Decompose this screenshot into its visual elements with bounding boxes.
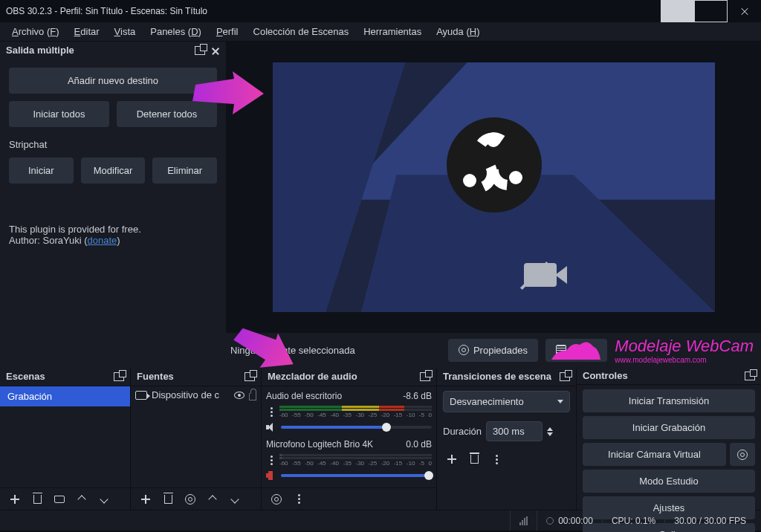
- scenes-title: Escenas: [6, 371, 45, 382]
- speaker-icon[interactable]: [266, 423, 276, 432]
- menu-perfil[interactable]: Perfil: [210, 23, 245, 40]
- move-source-down-button[interactable]: [226, 490, 244, 508]
- duration-stepper[interactable]: [547, 427, 553, 436]
- trash-icon: [33, 495, 42, 504]
- scene-filters-button[interactable]: [51, 490, 68, 508]
- vertical-dots-icon: [496, 455, 498, 464]
- trash-icon: [470, 455, 479, 464]
- sources-toolbar: [131, 487, 261, 510]
- transition-select[interactable]: Desvanecimiento: [443, 391, 570, 412]
- watermark-brand: Modelaje WebCam www.modelajewebcam.com: [615, 337, 754, 364]
- start-recording-button[interactable]: Iniciar Grabación: [583, 416, 755, 439]
- studio-mode-button[interactable]: Modo Estudio: [583, 470, 755, 493]
- source-label: Dispositivo de c: [152, 389, 230, 400]
- plus-icon: [10, 495, 19, 504]
- start-streaming-button[interactable]: Iniciar Transmisión: [583, 389, 755, 412]
- window-title: OBS 30.2.3 - Perfil: Sin Título - Escena…: [6, 6, 207, 16]
- caret-down-icon: [557, 400, 563, 403]
- source-item[interactable]: Dispositivo de c: [131, 386, 261, 403]
- volume-slider[interactable]: [281, 474, 432, 477]
- trash-icon: [164, 495, 172, 504]
- start-virtualcam-button[interactable]: Iniciar Cámara Virtual: [583, 443, 726, 466]
- remove-source-button[interactable]: [159, 490, 177, 508]
- audio-menu-button[interactable]: [266, 451, 276, 469]
- chevron-up-icon: [208, 495, 216, 503]
- move-scene-up-button[interactable]: [73, 490, 91, 508]
- menu-herramientas[interactable]: Herramientas: [357, 23, 427, 40]
- donate-link[interactable]: donate: [88, 235, 117, 246]
- add-destination-button[interactable]: Añadir nuevo destino: [9, 68, 217, 94]
- popout-icon[interactable]: [745, 372, 755, 380]
- remove-transition-button[interactable]: [465, 450, 483, 468]
- maximize-icon: [694, 0, 728, 22]
- transitions-title: Transiciones de escena: [443, 371, 551, 382]
- chevron-down-icon: [100, 495, 108, 503]
- menu-editar[interactable]: Editar: [68, 23, 106, 40]
- watermark-url: www.modelajewebcam.com: [615, 356, 754, 364]
- popout-icon[interactable]: [195, 46, 205, 55]
- multi-output-title: Salida múltiple: [6, 45, 74, 56]
- popout-icon[interactable]: [114, 372, 124, 381]
- status-bar: 00:00:00 CPU: 0.1% 30.00 / 30.00 FPS: [0, 510, 761, 531]
- start-all-button[interactable]: Iniciar todos: [9, 101, 109, 127]
- gear-icon: [459, 345, 469, 355]
- mixer-menu-button[interactable]: [290, 490, 308, 508]
- controls-dock: Controles Iniciar Transmisión Iniciar Gr…: [577, 367, 761, 510]
- signal-icon: [519, 516, 528, 525]
- service-modify-button[interactable]: Modificar: [81, 158, 146, 184]
- audio-menu-button[interactable]: [266, 403, 276, 421]
- transition-menu-button[interactable]: [488, 450, 505, 468]
- lock-toggle[interactable]: [249, 393, 256, 400]
- popout-icon[interactable]: [420, 372, 430, 381]
- svg-marker-0: [192, 71, 264, 114]
- watermark-text: Modelaje WebCam: [615, 337, 754, 356]
- mixer-settings-button[interactable]: [268, 490, 285, 508]
- step-up-icon: [547, 427, 553, 431]
- scene-item[interactable]: Grabación: [0, 386, 130, 406]
- speaker-muted-icon[interactable]: [266, 471, 276, 480]
- plugin-footer-line1: This plugin is provided for free.: [9, 224, 217, 235]
- maximize-button[interactable]: [694, 0, 728, 22]
- add-source-button[interactable]: [137, 490, 155, 508]
- virtualcam-settings-button[interactable]: [730, 443, 755, 466]
- add-scene-button[interactable]: [6, 490, 24, 508]
- audio-db: -8.6 dB: [403, 391, 432, 401]
- visibility-toggle[interactable]: [234, 392, 245, 399]
- menu-ayuda[interactable]: Ayuda (H): [430, 23, 485, 40]
- popout-icon[interactable]: [560, 372, 570, 381]
- preview-canvas: [273, 62, 715, 312]
- service-delete-button[interactable]: Eliminar: [152, 158, 217, 184]
- record-icon: [546, 517, 554, 525]
- camera-icon: [135, 391, 147, 400]
- menu-archivo[interactable]: Archivo (F): [6, 23, 65, 40]
- gear-icon: [185, 494, 195, 505]
- move-scene-down-button[interactable]: [95, 490, 113, 508]
- volume-slider[interactable]: [281, 426, 432, 429]
- plus-icon: [141, 495, 150, 504]
- service-start-button[interactable]: Iniciar: [9, 158, 74, 184]
- menu-vista[interactable]: Vista: [109, 23, 142, 40]
- source-properties-button[interactable]: [181, 490, 199, 508]
- audio-name: Audio del escritorio: [266, 391, 342, 401]
- meter-ticks: -60-55-50-45-40-35-30-25-20-15-10-50: [279, 460, 432, 467]
- watermark-silhouette: [550, 334, 602, 361]
- add-transition-button[interactable]: [443, 450, 461, 468]
- minimize-button[interactable]: [661, 0, 694, 22]
- menu-coleccion[interactable]: Colección de Escenas: [247, 23, 355, 40]
- duration-input[interactable]: 300 ms: [486, 421, 543, 441]
- chevron-down-icon: [230, 495, 239, 503]
- filters-icon: [54, 496, 65, 503]
- move-source-up-button[interactable]: [204, 490, 221, 508]
- audio-name: Microfono Logitech Brio 4K: [266, 439, 373, 450]
- close-button[interactable]: [728, 0, 761, 22]
- mixer-toolbar: [262, 487, 436, 510]
- minimize-icon: [661, 0, 694, 22]
- preview-area[interactable]: [227, 42, 761, 333]
- controls-title: Controles: [583, 370, 628, 381]
- properties-button[interactable]: Propiedades: [448, 339, 538, 362]
- popout-icon[interactable]: [245, 372, 255, 381]
- remove-scene-button[interactable]: [28, 490, 46, 508]
- close-panel-icon[interactable]: [211, 46, 220, 55]
- gear-icon: [737, 450, 748, 460]
- menu-paneles[interactable]: Paneles (D): [144, 23, 207, 40]
